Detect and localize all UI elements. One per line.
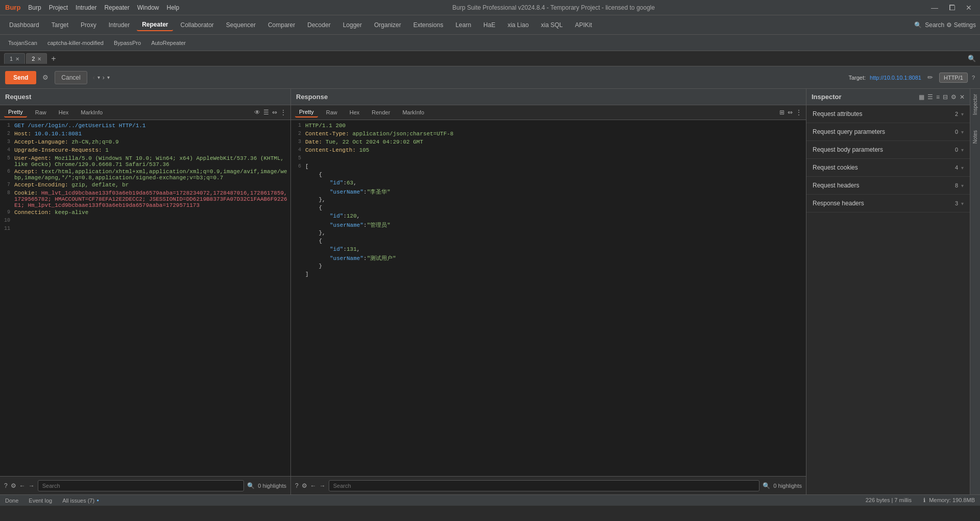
nav-collaborator[interactable]: Collaborator [175,19,218,31]
response-line-17: "userName":"测试用户" [291,254,806,263]
inspector-request-body-params[interactable]: Request body parameters 0 ▾ [806,141,970,159]
response-tab-hex[interactable]: Hex [346,108,364,117]
search-button[interactable]: 🔍 Search [914,21,944,29]
menu-window[interactable]: Window [137,4,159,11]
sec-autorepeater[interactable]: AutoRepeater [147,38,190,48]
response-split-icon[interactable]: ⊞ [779,109,785,116]
cancel-button[interactable]: Cancel [55,71,87,84]
secondary-bar: TsojanScan captcha-killer-modified Bypas… [0,35,980,51]
request-search-input[interactable] [38,480,244,491]
request-line-1: 1 GET /user/login/../getUserList HTTP/1.… [0,122,290,130]
inspector-request-headers[interactable]: Request headers 8 ▾ [806,177,970,195]
nav-sequencer[interactable]: Sequencer [221,19,261,31]
inspector-request-query-params[interactable]: Request query parameters 0 ▾ [806,123,970,141]
nav-prev-button[interactable]: ‹ [91,73,96,83]
response-more-icon[interactable]: ⋮ [796,109,802,116]
menu-burp[interactable]: Burp [28,4,41,11]
nav-logger[interactable]: Logger [338,19,367,31]
menu-help[interactable]: Help [166,4,179,11]
inspector-settings-icon[interactable]: ⚙ [951,93,957,101]
close-button[interactable]: ✕ [963,3,975,13]
response-tab-render[interactable]: Render [368,108,394,117]
list-icon[interactable]: ☰ [263,109,269,116]
inspector-close-icon[interactable]: ✕ [960,93,965,101]
response-help-icon[interactable]: ? [295,482,299,489]
request-line-8: 8 Cookie: Hm_lvt_1cd9bcbaae133f03a6eb19d… [0,190,290,209]
response-search-icon[interactable]: 🔍 [763,482,770,489]
inspector-align-icon[interactable]: ≡ [936,93,940,101]
wrap-icon[interactable]: ⇔ [272,109,277,116]
tab-2-close[interactable]: ✕ [37,56,41,62]
nav-apikit[interactable]: APIKit [570,19,597,31]
nav-next-dropdown[interactable]: ▾ [107,75,110,80]
nav-learn[interactable]: Learn [450,19,476,31]
response-tab-markinfo[interactable]: MarkInfo [398,108,428,117]
more-icon[interactable]: ⋮ [280,109,286,116]
inspector-response-headers[interactable]: Response headers 3 ▾ [806,195,970,212]
response-search-input[interactable] [329,480,760,491]
help-icon[interactable]: ? [972,75,975,81]
tab-1[interactable]: 1 ✕ [4,53,25,64]
response-wrap-icon[interactable]: ⇔ [788,109,793,116]
settings-icon[interactable]: ⚙ [40,72,51,83]
status-event-log[interactable]: Event log [29,498,52,504]
eye-icon[interactable]: 👁 [254,109,260,116]
nav-next-button[interactable]: › [101,73,106,83]
menu-intruder[interactable]: Intruder [76,4,96,11]
menu-project[interactable]: Project [49,4,68,11]
nav-decoder[interactable]: Decoder [302,19,335,31]
nav-proxy[interactable]: Proxy [76,19,102,31]
settings-button[interactable]: ⚙ Settings [946,21,976,29]
response-prev-icon[interactable]: ← [310,482,316,489]
inspector-filter-icon[interactable]: ⊟ [943,93,948,101]
request-next-icon[interactable]: → [29,482,35,489]
request-tab-pretty[interactable]: Pretty [4,107,27,117]
nav-extensions[interactable]: Extensions [408,19,449,31]
response-next-icon[interactable]: → [320,482,326,489]
edit-target-icon[interactable]: ✏ [925,72,935,83]
tab-2[interactable]: 2 ✕ [26,53,47,64]
chevron-down-icon: ▾ [961,201,964,206]
nav-comparer[interactable]: Comparer [263,19,300,31]
chevron-down-icon: ▾ [961,129,964,135]
sec-captcha-killer[interactable]: captcha-killer-modified [43,38,108,48]
nav-organizer[interactable]: Organizer [369,19,406,31]
sec-tsojanscan[interactable]: TsojanScan [4,38,41,48]
side-label-notes[interactable]: Notes [972,130,978,144]
nav-intruder[interactable]: Intruder [104,19,135,31]
request-search-icon[interactable]: 🔍 [247,482,255,489]
request-tab-hex[interactable]: Hex [55,108,73,117]
request-settings-icon[interactable]: ⚙ [11,482,16,489]
target-label: Target: [848,75,866,81]
http-version-button[interactable]: HTTP/1 [939,73,968,83]
nav-xiasql[interactable]: xia SQL [536,19,568,31]
nav-repeater[interactable]: Repeater [137,19,173,31]
inspector-list-icon[interactable]: ☰ [927,93,933,101]
request-tab-markinfo[interactable]: MarkInfo [77,108,107,117]
status-issues[interactable]: All issues (7) ● [62,498,99,504]
sec-bypasspro[interactable]: BypassPro [110,38,145,48]
request-tab-raw[interactable]: Raw [31,108,51,117]
request-help-icon[interactable]: ? [4,482,8,489]
request-prev-icon[interactable]: ← [19,482,26,489]
side-label-inspector[interactable]: Inspector [972,94,978,115]
nav-hae[interactable]: HaE [478,19,500,31]
maximize-button[interactable]: ⧠ [945,3,959,13]
nav-target[interactable]: Target [46,19,74,31]
response-tab-raw[interactable]: Raw [322,108,341,117]
add-tab-button[interactable]: + [48,54,59,63]
inspector-request-cookies[interactable]: Request cookies 4 ▾ [806,159,970,177]
tab-1-close[interactable]: ✕ [15,56,19,62]
nav-xialiao[interactable]: xia Liao [502,19,533,31]
inspector-request-attributes[interactable]: Request attributes 2 ▾ [806,105,970,123]
response-settings-icon[interactable]: ⚙ [302,482,307,489]
tab-search-icon[interactable]: 🔍 [968,55,976,62]
nav-dashboard[interactable]: Dashboard [4,19,44,31]
nav-dropdown[interactable]: ▾ [97,75,100,80]
minimize-button[interactable]: — [928,3,941,13]
status-info-icon: ℹ [923,497,925,503]
inspector-grid-icon[interactable]: ▦ [919,93,924,101]
send-button[interactable]: Send [5,71,36,84]
response-tab-pretty[interactable]: Pretty [295,107,318,117]
menu-repeater[interactable]: Repeater [104,4,129,11]
